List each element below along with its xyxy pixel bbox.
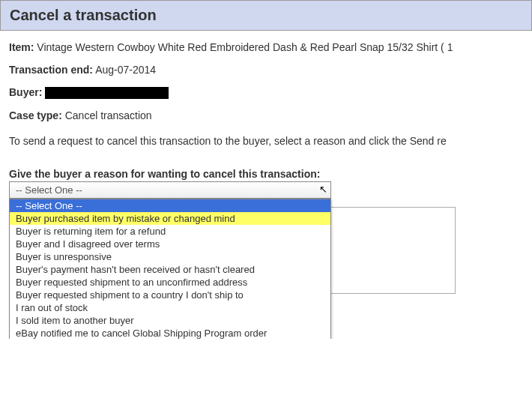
- reason-option-sold-another[interactable]: I sold item to another buyer: [10, 314, 330, 327]
- transaction-end-label: Transaction end:: [9, 64, 93, 76]
- buyer-redacted: [45, 87, 169, 99]
- reason-option-country[interactable]: Buyer requested shipment to a country I …: [10, 289, 330, 301]
- transaction-end-value: Aug-07-2014: [95, 64, 156, 76]
- reason-option-unresponsive[interactable]: Buyer is unresponsive: [10, 250, 330, 263]
- reason-option-ebay-notified[interactable]: eBay notified me to cancel Global Shippi…: [10, 327, 330, 339]
- item-row: Item: Vintage Western Cowboy White Red E…: [9, 41, 523, 53]
- case-type-row: Case type: Cancel transaction: [9, 109, 523, 121]
- page-title: Cancel a transaction: [10, 7, 157, 23]
- reason-dropdown: -- Select One -- Buyer purchased item by…: [9, 199, 331, 339]
- buyer-row: Buyer:: [9, 86, 523, 99]
- reason-label: Give the buyer a reason for wanting to c…: [9, 168, 523, 180]
- reason-option-unconfirmed-address[interactable]: Buyer requested shipment to an unconfirm…: [10, 276, 330, 289]
- reason-option-placeholder[interactable]: -- Select One --: [10, 199, 330, 212]
- reason-option-out-of-stock[interactable]: I ran out of stock: [10, 301, 330, 314]
- reason-option-returning[interactable]: Buyer is returning item for a refund: [10, 225, 330, 238]
- item-label: Item:: [9, 41, 34, 53]
- cursor-icon: ↖: [319, 184, 327, 195]
- reason-select[interactable]: -- Select One -- ↖: [9, 181, 331, 199]
- item-value: Vintage Western Cowboy White Red Embroid…: [37, 41, 453, 53]
- reason-option-payment[interactable]: Buyer's payment hasn't been received or …: [10, 263, 330, 276]
- case-type-label: Case type:: [9, 109, 62, 121]
- reason-select-value: -- Select One --: [16, 184, 82, 196]
- buyer-label: Buyer:: [9, 86, 42, 98]
- transaction-end-row: Transaction end: Aug-07-2014: [9, 64, 523, 76]
- instruction-text: To send a request to cancel this transac…: [9, 135, 523, 147]
- case-type-value: Cancel transaction: [65, 109, 152, 121]
- reason-option-mistake[interactable]: Buyer purchased item by mistake or chang…: [10, 212, 330, 225]
- page-header: Cancel a transaction: [0, 0, 532, 31]
- reason-option-disagreed[interactable]: Buyer and I disagreed over terms: [10, 238, 330, 250]
